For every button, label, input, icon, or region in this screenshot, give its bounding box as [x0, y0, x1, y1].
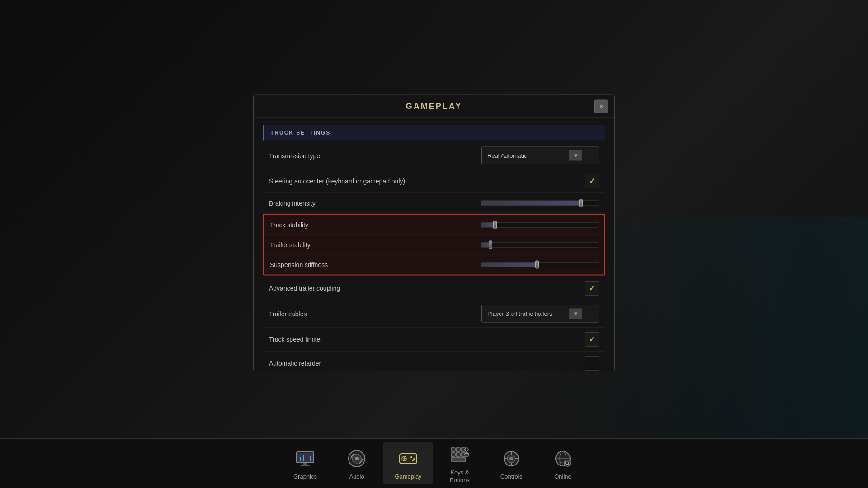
truck-speed-limiter-checkbox[interactable] — [585, 332, 599, 347]
modal-title: GAMEPLAY — [406, 102, 462, 111]
trailer-cables-label: Trailer cables — [269, 310, 307, 317]
truck-stability-label: Truck stability — [270, 221, 308, 228]
truck-stability-slider[interactable] — [481, 222, 598, 227]
trailer-cables-arrow-icon: ▼ — [569, 309, 582, 319]
transmission-type-value: Real Automatic — [487, 152, 527, 159]
section-header-truck-settings: TRUCK SETTINGS — [263, 125, 605, 141]
trailer-stability-thumb[interactable] — [489, 240, 492, 249]
svg-rect-7 — [300, 465, 310, 466]
setting-braking-intensity: Braking intensity — [263, 193, 605, 213]
suspension-stiffness-slider[interactable] — [481, 262, 598, 267]
keys-buttons-icon — [448, 443, 472, 466]
trailer-cables-dropdown[interactable]: Player & all traffic trailers ▼ — [481, 305, 599, 323]
nav-item-audio[interactable]: Audio — [332, 442, 382, 484]
svg-point-10 — [355, 457, 359, 460]
steering-autocenter-label: Steering autocenter (keyboard or gamepad… — [269, 178, 405, 185]
setting-suspension-stiffness: Suspension stiffness — [264, 255, 604, 275]
suspension-stiffness-thumb[interactable] — [535, 261, 539, 269]
svg-rect-6 — [303, 463, 307, 465]
svg-rect-21 — [451, 453, 455, 456]
advanced-trailer-coupling-checkbox[interactable] — [585, 281, 599, 296]
nav-label-gameplay: Gameplay — [395, 473, 421, 480]
nav-item-gameplay[interactable]: Gameplay — [383, 442, 433, 484]
truck-speed-limiter-control — [472, 332, 599, 347]
stability-highlight-group: Truck stability Trailer stability — [263, 214, 605, 276]
setting-truck-stability: Truck stability — [264, 215, 604, 235]
nav-item-online[interactable]: Online — [538, 442, 588, 484]
gameplay-modal: GAMEPLAY × TRUCK SETTINGS Transmission t… — [253, 95, 615, 371]
setting-transmission-type: Transmission type Real Automatic ▼ — [263, 142, 605, 169]
bottom-navigation: Graphics Audio G — [0, 438, 868, 488]
trailer-cables-control: Player & all traffic trailers ▼ — [472, 305, 599, 323]
trailer-stability-control — [472, 242, 598, 247]
trailer-stability-label: Trailer stability — [270, 241, 311, 248]
automatic-retarder-label: Automatic retarder — [269, 360, 321, 367]
steering-autocenter-control — [472, 174, 599, 188]
setting-automatic-retarder: Automatic retarder — [263, 352, 605, 371]
setting-steering-autocenter: Steering autocenter (keyboard or gamepad… — [263, 169, 605, 193]
nav-item-graphics[interactable]: Graphics — [280, 442, 330, 484]
suspension-stiffness-control — [472, 262, 598, 267]
graphics-icon — [293, 447, 317, 470]
steering-autocenter-checkbox[interactable] — [585, 174, 599, 188]
truck-stability-thumb[interactable] — [493, 221, 497, 229]
modal-header: GAMEPLAY × — [254, 95, 614, 118]
gameplay-icon — [396, 447, 420, 470]
braking-intensity-label: Braking intensity — [269, 199, 316, 206]
nav-label-keys-buttons: Keys &Buttons — [450, 469, 470, 484]
transmission-type-dropdown[interactable]: Real Automatic ▼ — [481, 147, 599, 164]
svg-rect-22 — [456, 453, 460, 456]
setting-trailer-cables: Trailer cables Player & all traffic trai… — [263, 300, 605, 328]
svg-point-17 — [412, 460, 414, 461]
braking-intensity-thumb[interactable] — [579, 199, 583, 207]
svg-point-16 — [413, 458, 415, 460]
transmission-type-control: Real Automatic ▼ — [472, 147, 599, 164]
suspension-stiffness-fill — [481, 263, 537, 267]
svg-rect-24 — [451, 458, 466, 461]
svg-point-15 — [410, 456, 412, 458]
modal-body: TRUCK SETTINGS Transmission type Real Au… — [254, 118, 614, 371]
nav-label-graphics: Graphics — [293, 473, 317, 480]
nav-label-audio: Audio — [349, 473, 364, 480]
automatic-retarder-control — [472, 356, 599, 371]
nav-label-online: Online — [554, 473, 571, 480]
trailer-cables-value: Player & all traffic trailers — [487, 310, 552, 317]
automatic-retarder-checkbox[interactable] — [585, 356, 599, 371]
close-button[interactable]: × — [594, 99, 608, 113]
svg-rect-19 — [456, 448, 460, 451]
nav-label-controls: Controls — [500, 473, 522, 480]
trailer-stability-slider[interactable] — [481, 242, 598, 247]
audio-icon — [345, 447, 368, 470]
nav-item-controls[interactable]: Controls — [486, 442, 536, 484]
dropdown-arrow-icon: ▼ — [569, 150, 582, 161]
suspension-stiffness-label: Suspension stiffness — [270, 261, 328, 268]
braking-intensity-slider[interactable] — [481, 200, 599, 206]
truck-speed-limiter-label: Truck speed limiter — [269, 336, 322, 343]
svg-point-28 — [509, 457, 513, 460]
setting-truck-speed-limiter: Truck speed limiter — [263, 328, 605, 352]
setting-trailer-stability: Trailer stability — [264, 235, 604, 255]
setting-advanced-trailer-coupling: Advanced trailer coupling — [263, 277, 605, 300]
svg-rect-18 — [451, 448, 455, 451]
advanced-trailer-coupling-control — [472, 281, 599, 296]
advanced-trailer-coupling-label: Advanced trailer coupling — [269, 285, 340, 292]
transmission-type-label: Transmission type — [269, 152, 320, 159]
nav-item-keys-buttons[interactable]: Keys &Buttons — [435, 438, 485, 488]
online-icon — [551, 447, 575, 470]
braking-intensity-fill — [482, 201, 581, 205]
truck-stability-control — [472, 222, 598, 227]
braking-intensity-control — [472, 200, 599, 206]
controls-icon — [500, 447, 523, 470]
